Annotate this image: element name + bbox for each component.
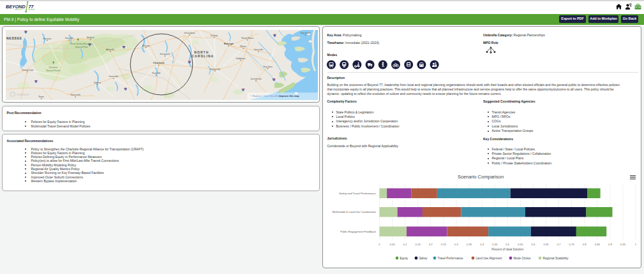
svg-text:Cherokee: Cherokee (49, 66, 57, 69)
svg-text:Safety and Travel Performance: Safety and Travel Performance (339, 192, 376, 195)
svg-text:0.3: 0.3 (454, 243, 458, 246)
svg-text:0.2: 0.2 (429, 243, 433, 246)
svg-text:Percent of Ideal Solution: Percent of Ideal Solution (491, 248, 523, 251)
svg-text:Greensboro: Greensboro (184, 32, 195, 34)
svg-text:0.7: 0.7 (557, 243, 561, 246)
svg-text:Fayetteville: Fayetteville (209, 68, 220, 70)
svg-text:0.65: 0.65 (543, 243, 549, 246)
svg-text:Rocky Mount: Rocky Mount (241, 37, 253, 40)
svg-text:Chattanooga: Chattanooga (21, 68, 33, 71)
svg-text:Multimodal & Land Use Coordina: Multimodal & Land Use Coordination (333, 210, 377, 213)
svg-text:Jacksonville: Jacksonville (250, 78, 262, 80)
svg-text:Asheville: Asheville (106, 48, 114, 50)
svg-text:Rock Hill: Rock Hill (152, 72, 160, 75)
svg-text:0.85: 0.85 (595, 243, 601, 246)
svg-text:Newport: Newport (86, 36, 94, 39)
svg-text:CAROLINA: CAROLINA (191, 55, 214, 58)
svg-text:0.5: 0.5 (505, 243, 509, 246)
svg-text:New Bern: New Bern (263, 65, 272, 68)
svg-text:Travel Performance: Travel Performance (438, 257, 464, 260)
svg-text:Public Engagement Feedback: Public Engagement Feedback (340, 230, 377, 233)
svg-text:Kitty Hawk: Kitty Hawk (300, 32, 310, 34)
svg-text:0.05: 0.05 (390, 243, 396, 246)
svg-text:Great Smoky Mountains: Great Smoky Mountains (70, 43, 93, 45)
svg-text:forward: forward (29, 8, 35, 11)
svg-text:Wilson: Wilson (240, 45, 246, 48)
svg-text:Hickory: Hickory (142, 44, 149, 47)
svg-text:move us: move us (15, 8, 23, 11)
svg-text:0.95: 0.95 (620, 243, 626, 246)
svg-text:Charlotte: Charlotte (153, 61, 165, 64)
svg-text:Equity: Equity (400, 257, 408, 260)
svg-text:Kannapolis: Kannapolis (160, 53, 170, 55)
svg-text:Improve this map: Improve this map (279, 95, 299, 97)
svg-text:Rome: Rome (38, 95, 44, 97)
svg-text:mapbox: mapbox (16, 92, 29, 96)
svg-text:Harriman: Harriman (43, 37, 52, 40)
svg-text:0.15: 0.15 (416, 243, 421, 246)
svg-text:Gainesville: Gainesville (70, 94, 80, 96)
svg-text:Durham: Durham (210, 34, 218, 37)
svg-text:0.35: 0.35 (467, 243, 472, 246)
svg-text:Scenario Comparison: Scenario Comparison (458, 174, 504, 180)
svg-text:Knoxville: Knoxville (64, 37, 73, 40)
svg-text:0.25: 0.25 (441, 243, 447, 246)
svg-text:National Forest: National Forest (46, 69, 60, 71)
svg-text:0.9: 0.9 (608, 243, 612, 246)
svg-text:Land Use Alignment: Land Use Alignment (476, 257, 503, 260)
svg-text:0: 0 (378, 243, 380, 246)
svg-text:0.1: 0.1 (403, 243, 407, 246)
svg-text:0.6: 0.6 (531, 243, 535, 246)
svg-text:0.4: 0.4 (480, 243, 484, 246)
svg-text:0.75: 0.75 (569, 243, 575, 246)
svg-text:1: 1 (635, 243, 637, 246)
svg-text:NESSEE: NESSEE (6, 36, 22, 40)
svg-text:Raleigh: Raleigh (223, 42, 233, 45)
svg-text:NORTH: NORTH (194, 50, 209, 54)
svg-text:Goldsboro: Goldsboro (236, 57, 245, 59)
svg-text:© Mapbox © OpenStreetMap,: © Mapbox © OpenStreetMap, (250, 95, 281, 97)
svg-text:Regional Scalability: Regional Scalability (543, 257, 569, 260)
svg-text:Safety: Safety (419, 257, 428, 260)
svg-text:0.8: 0.8 (583, 243, 587, 246)
svg-text:Greenville: Greenville (253, 48, 263, 51)
svg-text:0.55: 0.55 (518, 243, 523, 246)
svg-text:0.45: 0.45 (492, 243, 498, 246)
svg-text:National Park: National Park (75, 45, 88, 48)
svg-text:Mode Choice: Mode Choice (514, 257, 532, 260)
svg-text:Seneca: Seneca (94, 81, 101, 83)
svg-text:Greenville: Greenville (109, 75, 118, 78)
